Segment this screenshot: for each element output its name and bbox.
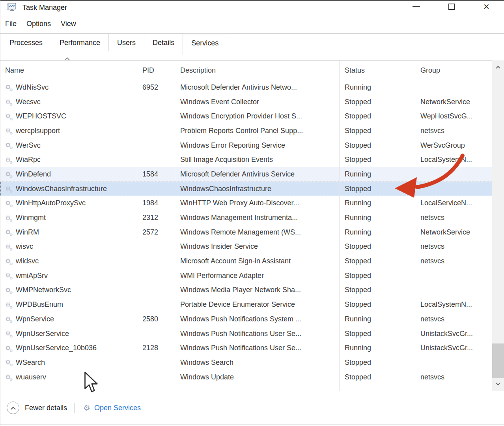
table-row[interactable]: ⚙⚙WinRM2572Windows Remote Management (WS… <box>0 225 493 240</box>
cell-group <box>415 268 493 283</box>
table-row[interactable]: ⚙⚙WiaRpcStill Image Acquisition EventsSt… <box>0 152 493 167</box>
table-row[interactable]: ⚙⚙WecsvcWindows Event CollectorStoppedNe… <box>0 95 493 109</box>
cell-group: netsvcs <box>415 124 493 138</box>
cell-name: ⚙⚙Winmgmt <box>0 210 137 225</box>
chevron-up-icon <box>496 66 500 70</box>
table-row[interactable]: ⚙⚙WinDefend1584Microsoft Defender Antivi… <box>0 167 493 182</box>
close-button[interactable]: ✕ <box>469 1 504 13</box>
cell-pid <box>137 240 175 254</box>
table-row[interactable]: ⚙⚙WpnUserService_10b0362128Windows Push … <box>0 341 493 355</box>
footer-bar: Fewer details ⚙ Open Services <box>0 391 504 424</box>
service-gear-icon: ⚙⚙ <box>5 244 16 250</box>
service-gear-icon: ⚙⚙ <box>5 142 16 148</box>
cell-pid <box>137 124 175 138</box>
cell-status: Running <box>340 196 415 211</box>
cell-pid <box>137 254 175 268</box>
table-header: NamePIDDescriptionStatusGroup <box>0 61 493 80</box>
table-row[interactable]: ⚙⚙WPDBusEnumPortable Device Enumerator S… <box>0 297 493 312</box>
table-row[interactable]: ⚙⚙WpnService2580Windows Push Notificatio… <box>0 312 493 327</box>
table-row[interactable]: ⚙⚙WSearchWindows SearchStopped <box>0 355 493 370</box>
cell-description: Windows Media Player Network Sha... <box>175 283 340 298</box>
cell-status: Stopped <box>340 370 415 385</box>
tab-users[interactable]: Users <box>109 34 144 51</box>
window-top-border <box>0 0 504 1</box>
table-row[interactable]: ⚙⚙WpnUserServiceWindows Push Notificatio… <box>0 327 493 341</box>
table-row[interactable]: ⚙⚙WerSvcWindows Error Reporting ServiceS… <box>0 138 493 153</box>
menu-view[interactable]: View <box>61 20 76 28</box>
column-header-status[interactable]: Status <box>340 61 415 80</box>
service-gear-icon: ⚙⚙ <box>5 200 16 206</box>
cell-name: ⚙⚙Wecsvc <box>0 95 137 109</box>
menu-bar: FileOptionsView <box>0 14 504 33</box>
scrollbar-thumb[interactable] <box>492 343 504 378</box>
cell-description: Portable Device Enumerator Service <box>175 297 340 312</box>
table-row[interactable]: ⚙⚙wlidsvcMicrosoft Account Sign-in Assis… <box>0 254 493 268</box>
scroll-up-button[interactable] <box>492 61 504 74</box>
cell-description: Windows Push Notifications System ... <box>175 312 340 327</box>
cell-group: NetworkService <box>415 225 493 240</box>
chevron-down-icon <box>496 381 500 385</box>
service-gear-icon: ⚙⚙ <box>5 157 16 163</box>
cell-group <box>415 355 493 370</box>
cell-pid: 1584 <box>137 167 175 182</box>
table-row[interactable]: ⚙⚙WdNisSvc6952Microsoft Defender Antivir… <box>0 80 493 95</box>
cell-group: NetworkService <box>415 95 493 109</box>
cell-description: WMI Performance Adapter <box>175 268 340 283</box>
cell-description: Problem Reports Control Panel Supp... <box>175 124 340 138</box>
fewer-details-button[interactable]: Fewer details <box>0 402 67 414</box>
cell-pid: 2572 <box>137 225 175 240</box>
vertical-scrollbar[interactable] <box>492 60 504 391</box>
cell-pid <box>137 109 175 124</box>
cell-name: ⚙⚙wisvc <box>0 240 137 254</box>
table-row[interactable]: ⚙⚙wisvcWindows Insider ServiceStoppednet… <box>0 240 493 254</box>
tab-performance[interactable]: Performance <box>51 34 109 51</box>
cell-name: ⚙⚙WerSvc <box>0 138 137 153</box>
cell-name: ⚙⚙WindowsChaosInfrastructure <box>0 182 137 196</box>
cell-group: netsvcs <box>415 210 493 225</box>
menu-file[interactable]: File <box>5 20 17 28</box>
column-header-description[interactable]: Description <box>175 61 340 80</box>
open-services-link[interactable]: ⚙ Open Services <box>83 404 141 412</box>
cell-group <box>415 80 493 95</box>
cell-group <box>415 167 493 182</box>
table-row[interactable]: ⚙⚙Winmgmt2312Windows Management Instrume… <box>0 210 493 225</box>
column-header-pid[interactable]: PID <box>137 61 175 80</box>
table-row[interactable]: ⚙⚙WinHttpAutoProxySvc1984WinHTTP Web Pro… <box>0 196 493 211</box>
service-gear-icon: ⚙⚙ <box>5 186 16 192</box>
table-row[interactable]: ⚙⚙wercplsupportProblem Reports Control P… <box>0 124 493 138</box>
table-row[interactable]: ⚙⚙WindowsChaosInfrastructureWindowsChaos… <box>0 182 493 196</box>
service-gear-icon: ⚙⚙ <box>5 84 16 90</box>
column-header-name[interactable]: Name <box>0 61 137 80</box>
maximize-button[interactable] <box>434 1 469 13</box>
table-row[interactable]: ⚙⚙WMPNetworkSvcWindows Media Player Netw… <box>0 283 493 298</box>
maximize-icon <box>448 4 455 10</box>
menu-options[interactable]: Options <box>26 20 51 28</box>
service-gear-icon: ⚙⚙ <box>5 113 16 120</box>
cell-description: Windows Update <box>175 370 340 385</box>
service-gear-icon: ⚙⚙ <box>5 359 16 366</box>
tab-services[interactable]: Services <box>183 34 227 55</box>
cell-name: ⚙⚙WinHttpAutoProxySvc <box>0 196 137 211</box>
cell-status: Stopped <box>340 327 415 341</box>
cell-group: WepHostSvcG... <box>415 109 493 124</box>
service-gear-icon: ⚙⚙ <box>5 272 16 279</box>
cell-group: netsvcs <box>415 254 493 268</box>
minimize-button[interactable] <box>399 1 434 13</box>
cell-name: ⚙⚙wmiApSrv <box>0 268 137 283</box>
column-header-group[interactable]: Group <box>415 61 493 80</box>
cell-pid: 2580 <box>137 312 175 327</box>
cell-description: WindowsChaosInfrastructure <box>175 182 340 196</box>
cell-pid: 2128 <box>137 341 175 355</box>
window-controls: ✕ <box>399 1 504 14</box>
cell-name: ⚙⚙WiaRpc <box>0 152 137 167</box>
cell-description: Windows Push Notifications User Se... <box>175 341 340 355</box>
table-row[interactable]: ⚙⚙wmiApSrvWMI Performance AdapterStopped <box>0 268 493 283</box>
cell-pid <box>137 138 175 153</box>
table-row[interactable]: ⚙⚙wuauservWindows UpdateStoppednetsvcs <box>0 370 493 385</box>
cell-description: Microsoft Account Sign-in Assistant <box>175 254 340 268</box>
tab-details[interactable]: Details <box>144 34 183 51</box>
sort-ascending-icon <box>65 58 69 62</box>
scroll-down-button[interactable] <box>492 377 504 390</box>
table-row[interactable]: ⚙⚙WEPHOSTSVCWindows Encryption Provider … <box>0 109 493 124</box>
tab-processes[interactable]: Processes <box>1 34 51 51</box>
